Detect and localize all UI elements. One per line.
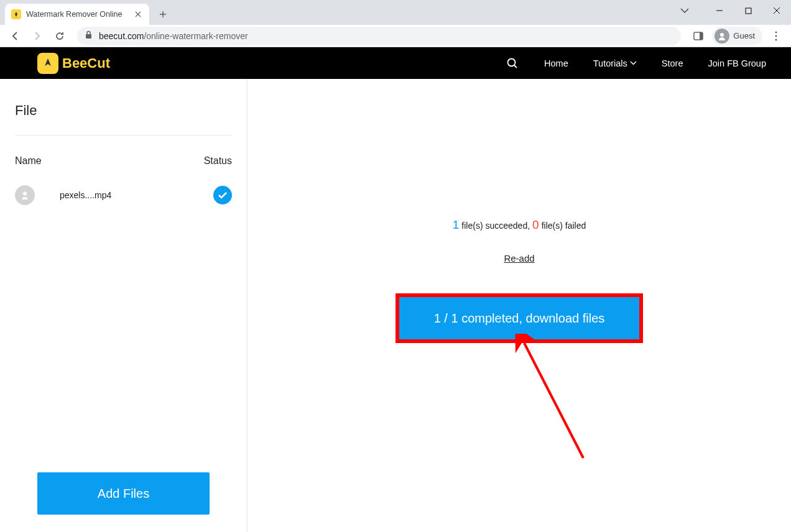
brand-name: BeeCut <box>62 55 110 71</box>
svg-point-5 <box>775 31 777 33</box>
fail-count: 0 <box>532 218 539 232</box>
file-icon <box>15 185 35 205</box>
forward-button[interactable] <box>27 26 47 46</box>
reload-button[interactable] <box>50 26 70 46</box>
nav-store[interactable]: Store <box>662 58 683 68</box>
search-icon[interactable] <box>506 57 519 70</box>
col-status: Status <box>204 155 232 167</box>
readd-link[interactable]: Re-add <box>504 253 534 264</box>
download-button[interactable]: 1 / 1 completed, download files <box>399 297 639 339</box>
profile-button[interactable]: Guest <box>712 27 762 45</box>
content: File Name Status pexels....mp4 Add Files… <box>0 79 791 532</box>
nav-tutorials-label: Tutorials <box>593 58 627 68</box>
download-highlight: 1 / 1 completed, download files <box>396 293 643 343</box>
window-controls <box>670 0 791 21</box>
brand-logo[interactable]: BeeCut <box>37 53 110 74</box>
url-text: beecut.com/online-watermark-remover <box>99 31 248 41</box>
file-name: pexels....mp4 <box>60 190 213 200</box>
browser-toolbar: beecut.com/online-watermark-remover Gues… <box>0 25 791 47</box>
close-window-button[interactable] <box>762 0 791 21</box>
tab-bar: Watermark Remover Online <box>0 0 791 25</box>
back-button[interactable] <box>5 26 25 46</box>
tab-title: Watermark Remover Online <box>26 10 128 19</box>
sidebar-footer: Add Files <box>0 455 247 532</box>
file-list-header: Name Status <box>15 135 232 167</box>
close-icon[interactable] <box>133 9 143 19</box>
nav-tutorials[interactable]: Tutorials <box>593 58 637 68</box>
header-nav: Home Tutorials Store Join FB Group <box>506 57 766 70</box>
lock-icon <box>85 30 93 41</box>
fail-text: file(s) failed <box>542 221 586 231</box>
svg-point-7 <box>775 39 777 40</box>
col-name: Name <box>15 155 42 167</box>
toolbar-right: Guest <box>688 26 786 46</box>
status-text: 1 file(s) succeeded, 0file(s) failed <box>453 218 586 232</box>
main-panel: 1 file(s) succeeded, 0file(s) failed Re-… <box>247 79 791 532</box>
svg-rect-3 <box>700 32 703 40</box>
browser-tab[interactable]: Watermark Remover Online <box>5 4 149 25</box>
side-panel-icon[interactable] <box>688 26 708 46</box>
site-header: BeeCut Home Tutorials Store Join FB Grou… <box>0 47 791 79</box>
nav-fb-group[interactable]: Join FB Group <box>708 58 767 68</box>
logo-icon <box>37 53 58 74</box>
svg-rect-1 <box>86 34 91 39</box>
sidebar-title: File <box>15 103 232 135</box>
arrow-annotation-icon <box>515 334 590 464</box>
avatar-icon <box>715 29 729 44</box>
svg-line-10 <box>524 343 583 458</box>
svg-rect-0 <box>746 8 751 14</box>
kebab-menu-icon[interactable] <box>766 26 786 46</box>
svg-point-8 <box>508 58 516 66</box>
nav-home[interactable]: Home <box>544 58 568 68</box>
favicon-icon <box>11 9 21 19</box>
svg-point-9 <box>23 192 27 196</box>
new-tab-button[interactable] <box>154 6 172 23</box>
list-item[interactable]: pexels....mp4 <box>15 167 232 205</box>
svg-point-4 <box>720 33 724 37</box>
success-count: 1 <box>453 218 460 232</box>
browser-chrome: Watermark Remover Online <box>0 0 791 47</box>
sidebar-inner: File Name Status pexels....mp4 <box>0 79 247 455</box>
svg-point-6 <box>775 35 777 37</box>
guest-label: Guest <box>733 31 755 40</box>
maximize-button[interactable] <box>734 0 762 21</box>
sidebar: File Name Status pexels....mp4 Add Files <box>0 79 247 532</box>
chevron-down-icon[interactable] <box>670 0 699 21</box>
address-bar[interactable]: beecut.com/online-watermark-remover <box>77 27 681 45</box>
add-files-button[interactable]: Add Files <box>37 472 210 515</box>
chevron-down-icon <box>630 61 637 65</box>
checkmark-icon <box>213 186 232 204</box>
minimize-button[interactable] <box>705 0 734 21</box>
success-text: file(s) succeeded, <box>461 221 530 231</box>
